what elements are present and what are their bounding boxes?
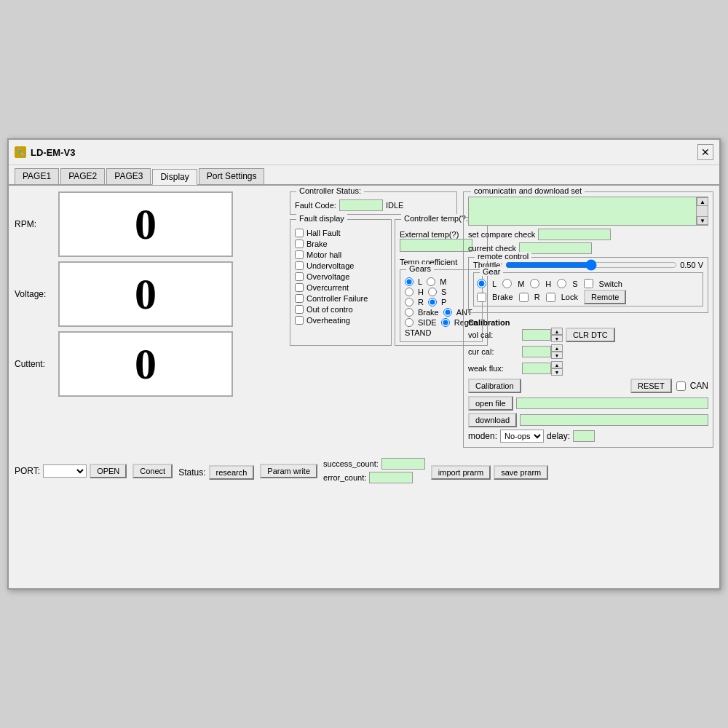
set-compare-input[interactable] [538,229,611,240]
fault-undervoltage-label: Undervoltage [306,261,354,270]
vol-cal-row: vol cal: 0 ▲ ▼ CLR DTC [468,328,708,342]
delay-input[interactable]: 12 [573,430,595,442]
weak-flux-row: weak flux: 0 ▲ ▼ [468,361,708,376]
vol-cal-spinner-btns: ▲ ▼ [551,328,563,342]
open-file-button[interactable]: open file [468,396,513,411]
gear-l-sel[interactable] [477,279,486,288]
success-count-input[interactable]: 0 [381,458,425,470]
save-button[interactable]: save prarm [494,465,548,480]
research-button[interactable]: research [209,465,255,480]
set-compare-label: set compare check [468,230,535,239]
r-label: R [534,293,540,301]
tab-display[interactable]: Display [152,169,197,185]
close-button[interactable]: ✕ [697,144,713,160]
scrollbar[interactable]: ▲ ▼ [696,197,708,225]
open-button[interactable]: OPEN [90,464,127,478]
can-check[interactable] [676,381,686,391]
fault-overvoltage: Overvoltage [295,272,387,281]
import-button[interactable]: import prarm [431,465,491,480]
error-count-label: error_count: [323,473,366,482]
fault-motor-hall-label: Motor hall [306,250,341,259]
vol-cal-input[interactable]: 0 [522,329,551,341]
scroll-up[interactable]: ▲ [697,197,708,206]
brake-check[interactable] [477,293,486,302]
gear-side-radio[interactable] [405,318,414,327]
weak-flux-up[interactable]: ▲ [551,361,563,368]
calibration-box: Calibration vol cal: 0 ▲ ▼ CLR DTC cur c… [468,317,708,393]
gear-ant-radio[interactable] [443,308,452,317]
tab-page3[interactable]: PAGE3 [106,168,151,184]
clr-dtc-button[interactable]: CLR DTC [566,328,615,342]
current-meter: 0 [58,331,233,397]
bottom-bar: PORT: OPEN Conect Status: research Param… [9,454,719,488]
gear-h-radio[interactable] [405,288,414,296]
moden-select[interactable]: No-ops [500,430,544,443]
fault-brake-label: Brake [306,240,328,248]
fault-motor-hall-check[interactable] [295,250,304,259]
gear-m-label: M [440,277,446,286]
gear-h-sel[interactable] [530,279,539,288]
throttle-slider[interactable] [505,261,677,269]
gear-p-radio[interactable] [428,298,437,306]
fault-controller-failure-check[interactable] [295,294,304,303]
comm-scroll-area: ▲ ▼ [468,197,708,226]
lock-label: Lock [561,293,578,301]
fault-undervoltage-check[interactable] [295,261,304,270]
remote-button[interactable]: Remote [584,290,627,304]
calibration-title: Calibration [468,318,510,327]
fault-hall-check[interactable] [295,229,304,237]
switch-check[interactable] [584,279,593,288]
fault-brake-check[interactable] [295,240,304,248]
gear-l-label: L [418,277,422,286]
scroll-down[interactable]: ▼ [697,216,708,225]
cur-cal-up[interactable]: ▲ [551,344,563,352]
gear-s-radio[interactable] [428,288,437,296]
current-label: Cuttent: [15,359,58,369]
gear-s-sel[interactable] [557,279,566,288]
weak-flux-down[interactable]: ▼ [551,368,563,376]
counts-area: success_count: 0 error_count: 0 [323,458,425,483]
download-input[interactable] [520,414,708,426]
fault-code-label: Fault Code: [295,201,336,210]
rpm-row: RPM: 0 [15,191,284,257]
gear-m-radio[interactable] [427,277,435,286]
tab-port-settings[interactable]: Port Settings [199,168,265,184]
fault-display-title: Fault display [296,214,347,223]
gear-l-radio[interactable] [405,277,414,286]
download-button[interactable]: download [468,413,517,427]
gear-h-sel-label: H [545,280,551,288]
param-write-button[interactable]: Param write [260,464,317,478]
fault-overcurrent-check[interactable] [295,283,304,292]
fault-out-of-control-check[interactable] [295,305,304,314]
gear-brake-radio[interactable] [405,308,414,317]
r-check[interactable] [519,293,529,302]
port-select[interactable] [43,464,87,478]
main-content: RPM: 0 Voltage: 0 Cuttent: 0 Controller … [9,186,719,454]
fault-display-box: Fault display Hall Fault Brake Motor [290,219,392,346]
fault-controller-failure-label: Controller Failure [306,294,368,303]
gear-regen-radio[interactable] [441,318,450,327]
external-temp-input[interactable] [400,239,472,252]
cur-cal-input[interactable]: 0 [522,346,551,357]
controller-status-title: Controller Status: [296,186,364,195]
gear-m-sel[interactable] [502,279,512,288]
fault-overvoltage-check[interactable] [295,272,304,281]
weak-flux-input[interactable]: 0 [522,363,551,374]
lock-check[interactable] [546,293,555,302]
tab-page1[interactable]: PAGE1 [15,168,59,184]
tab-page2[interactable]: PAGE2 [60,168,105,184]
vol-cal-up[interactable]: ▲ [551,328,563,335]
reset-button[interactable]: RESET [630,379,672,393]
cur-cal-down[interactable]: ▼ [551,352,563,359]
connect-button[interactable]: Conect [132,464,173,478]
error-count-input[interactable]: 0 [369,472,413,483]
cur-cal-spinner-btns: ▲ ▼ [551,344,563,359]
fault-overheating-check[interactable] [295,316,304,325]
vol-cal-down[interactable]: ▼ [551,335,563,342]
remote-control-title: remote control [475,252,531,261]
fault-code-input[interactable] [339,199,383,211]
gear-radio-row: L M H S Switch [477,279,700,288]
calibration-button[interactable]: Calibration [468,379,521,393]
gear-r-radio[interactable] [405,298,414,306]
open-file-input[interactable] [516,397,708,409]
